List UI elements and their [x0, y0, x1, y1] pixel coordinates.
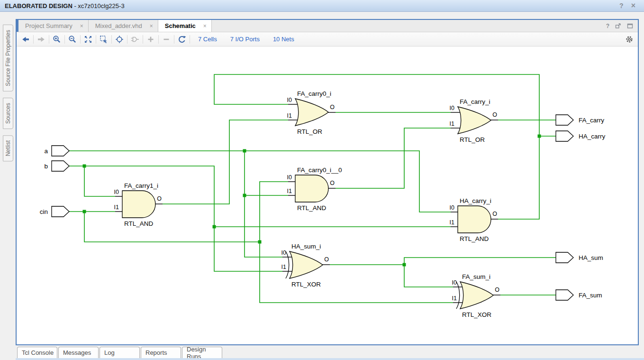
tab-design-runs[interactable]: Design Runs — [182, 347, 222, 358]
net-wire[interactable] — [163, 120, 288, 204]
pin-label-i0: I0 — [114, 189, 119, 195]
port-a[interactable] — [52, 146, 69, 156]
forward-button[interactable] — [35, 34, 47, 45]
pin-label-i1: I1 — [114, 204, 119, 211]
cells-link[interactable]: 7 Cells — [198, 36, 217, 43]
gate-type-label: RTL_AND — [124, 220, 154, 227]
pin-label-i1: I1 — [287, 188, 292, 194]
tab-label: Project Summary — [25, 22, 73, 29]
tab-close-icon[interactable]: × — [80, 23, 83, 29]
nets-link[interactable]: 10 Nets — [273, 36, 294, 43]
port-label: HA_sum — [579, 254, 603, 261]
plus-icon — [146, 35, 155, 44]
window-gap-strip — [0, 12, 644, 19]
zoom-fit-button[interactable] — [82, 34, 94, 45]
toolbar-separator — [49, 35, 49, 44]
zoom-fit-icon — [84, 35, 92, 44]
pin-label-o: O — [157, 195, 162, 202]
tab-schematic[interactable]: Schematic × — [158, 20, 212, 32]
tab-close-icon[interactable]: × — [150, 23, 153, 29]
net-junction — [538, 135, 541, 138]
gate-instance-label: HA_carry_i — [460, 197, 491, 204]
gear-icon[interactable] — [625, 35, 634, 44]
gate-instance-label: HA_sum_i — [291, 243, 321, 250]
gate-type-label: RTL_AND — [297, 204, 327, 212]
gate-FA_carry1_i[interactable] — [122, 191, 155, 218]
net-wire[interactable] — [245, 151, 282, 257]
net-wire[interactable] — [84, 166, 115, 196]
schematic-toolbar: 7 Cells 7 I/O Ports 10 Nets — [17, 32, 638, 46]
pin-label-o: O — [492, 111, 497, 118]
toolbar-separator — [174, 35, 174, 44]
net-wire[interactable] — [404, 258, 556, 265]
autofit-selection-icon — [115, 35, 124, 44]
expand-button[interactable] — [145, 34, 157, 45]
zoom-in-button[interactable] — [51, 34, 63, 45]
tab-project-summary[interactable]: Project Summary × — [18, 20, 89, 32]
tab-label: Mixed_adder.vhd — [95, 22, 142, 29]
port-FA_carry[interactable] — [556, 115, 573, 125]
pin-label-i1: I1 — [450, 120, 454, 127]
net-wire[interactable] — [336, 128, 451, 188]
gate-FA_sum_i[interactable] — [460, 282, 493, 309]
zoom-out-button[interactable] — [66, 34, 79, 45]
toolbar-separator — [143, 35, 143, 44]
close-icon[interactable]: × — [631, 1, 635, 10]
titlebar: ELABORATED DESIGN - xc7z010clg225-3 ? × — [0, 0, 644, 12]
gate-FA_carry_i[interactable] — [458, 107, 491, 134]
gate-HA_carry_i[interactable] — [458, 206, 491, 233]
net-junction — [213, 225, 216, 229]
sidebar-item-source-file-properties[interactable]: Source File Properties — [3, 25, 13, 92]
regenerate-button[interactable] — [176, 34, 188, 45]
tab-reports[interactable]: Reports — [141, 347, 181, 358]
gate-HA_sum_i[interactable] — [290, 251, 323, 278]
gate-instance-label: FA_sum_i — [462, 273, 490, 280]
net-junction — [243, 194, 246, 197]
pin-label-i0: I0 — [281, 249, 286, 256]
pin-label-i0: I0 — [450, 204, 454, 211]
gate-type-label: RTL_OR — [460, 136, 485, 143]
port-b[interactable] — [52, 161, 69, 171]
gate-type-label: RTL_XOR — [462, 311, 491, 318]
expand-cone-button[interactable] — [129, 34, 141, 45]
minus-icon — [162, 35, 171, 44]
gate-instance-label: FA_carry0_i__0 — [297, 166, 342, 174]
maximize-window-icon[interactable] — [627, 23, 633, 29]
pin-label-i0: I0 — [452, 279, 457, 286]
tab-log[interactable]: Log — [100, 347, 140, 358]
gate-FA_carry0_i__0[interactable] — [295, 175, 328, 202]
tab-tcl-console[interactable]: Tcl Console — [17, 347, 57, 358]
sidebar-item-netlist[interactable]: Netlist — [3, 135, 13, 161]
zoom-selection-button[interactable] — [98, 34, 110, 45]
gate-FA_carry0_i[interactable] — [295, 99, 328, 126]
help-icon[interactable]: ? — [606, 23, 609, 29]
port-HA_sum[interactable] — [556, 252, 573, 263]
gate-type-label: RTL_AND — [460, 235, 489, 242]
tab-mixed-adder-vhd[interactable]: Mixed_adder.vhd × — [89, 20, 158, 32]
gate-instance-label: FA_carry_i — [460, 98, 490, 105]
port-FA_sum[interactable] — [556, 290, 573, 300]
tab-messages[interactable]: Messages — [58, 347, 99, 358]
collapse-button[interactable] — [160, 34, 172, 45]
float-window-icon[interactable] — [615, 23, 621, 29]
net-wire[interactable] — [404, 265, 453, 287]
net-wire[interactable] — [260, 242, 453, 303]
net-wire[interactable] — [69, 166, 282, 271]
io-ports-link[interactable]: 7 I/O Ports — [230, 36, 260, 43]
port-HA_carry[interactable] — [556, 131, 573, 141]
tab-label: Schematic — [165, 22, 196, 29]
pin-label-i1: I1 — [287, 112, 292, 119]
port-cin[interactable] — [52, 206, 69, 217]
help-icon[interactable]: ? — [619, 2, 624, 9]
autofit-selection-button[interactable] — [113, 34, 126, 45]
tab-close-icon[interactable]: × — [203, 23, 207, 29]
toolbar-separator — [80, 35, 81, 44]
back-button[interactable] — [19, 34, 32, 45]
schematic-canvas[interactable]: abcinFA_carryHA_carryHA_sumFA_sumFA_carr… — [17, 46, 638, 344]
net-junction — [83, 210, 86, 213]
zoom-selection-icon — [100, 35, 108, 44]
zoom-out-icon — [68, 35, 77, 44]
sidebar-item-sources[interactable]: Sources — [3, 98, 13, 129]
pin-label-i1: I1 — [281, 264, 286, 270]
net-wire[interactable] — [260, 182, 288, 242]
